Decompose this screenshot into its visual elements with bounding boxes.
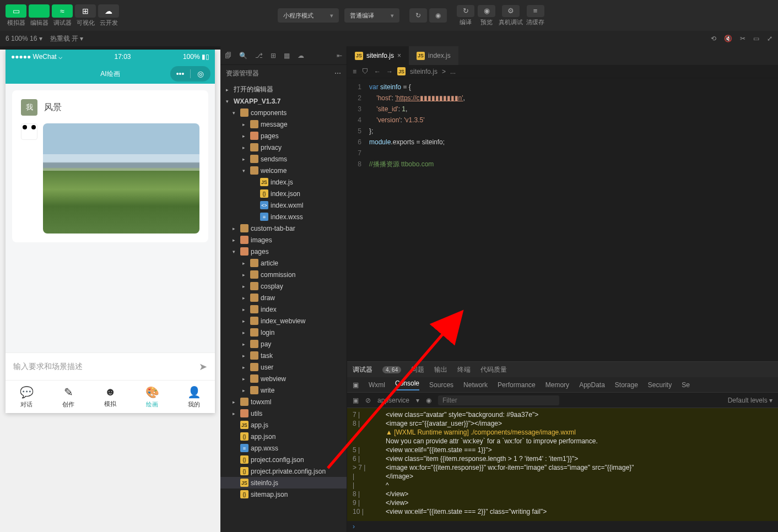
code-editor[interactable]: 1var siteinfo = {2 'host': 'https://c▮▮▮… bbox=[347, 78, 778, 361]
phone-tab-我的[interactable]: 👤我的 bbox=[173, 381, 215, 413]
tree-towxml[interactable]: ▸towxml bbox=[220, 396, 347, 408]
tree-index.wxml[interactable]: <>index.wxml bbox=[220, 199, 347, 211]
mode-dropdown[interactable]: 小程序模式 bbox=[278, 8, 339, 23]
tree-images[interactable]: ▸images bbox=[220, 234, 347, 246]
tree-privacy[interactable]: ▸privacy bbox=[220, 142, 347, 153]
prompt-input[interactable]: 输入要求和场景描述 bbox=[13, 362, 193, 372]
phone-tab-模拟[interactable]: ☻模拟 bbox=[89, 381, 131, 413]
back-icon[interactable]: ← bbox=[374, 68, 381, 75]
tree-index.json[interactable]: {}index.json bbox=[220, 188, 347, 199]
console-output[interactable]: 7 | <view class="avatar" style="backgrou… bbox=[347, 408, 778, 521]
tree-siteinfo.js[interactable]: JSsiteinfo.js bbox=[220, 477, 347, 488]
tree-utils[interactable]: ▸utils bbox=[220, 408, 347, 419]
tree-project.config.json[interactable]: {}project.config.json bbox=[220, 454, 347, 465]
tree-write[interactable]: ▸write bbox=[220, 384, 347, 396]
tree-pages[interactable]: ▸pages bbox=[220, 130, 347, 142]
tree-user[interactable]: ▸user bbox=[220, 361, 347, 373]
capsule-menu[interactable]: ••• ◎ bbox=[170, 66, 210, 82]
more-icon[interactable]: ⋯ bbox=[334, 69, 341, 77]
branch-icon[interactable]: ⎇ bbox=[255, 52, 263, 59]
tree-app.js[interactable]: JSapp.js bbox=[220, 419, 347, 431]
tree-app.json[interactable]: {}app.json bbox=[220, 431, 347, 442]
tree-custom-tab-bar[interactable]: ▸custom-tab-bar bbox=[220, 222, 347, 234]
cloud-icon[interactable]: ☁ bbox=[298, 52, 304, 59]
toolbar-模拟器-button[interactable]: ▭模拟器 bbox=[6, 4, 26, 27]
debug-tab-输出[interactable]: 输出 bbox=[434, 365, 447, 374]
toolbar-预览-button[interactable]: ◉预览 bbox=[478, 5, 495, 26]
devtools-tab-Sources[interactable]: Sources bbox=[429, 381, 453, 389]
capsule-more-icon[interactable]: ••• bbox=[170, 69, 190, 78]
close-icon[interactable]: × bbox=[397, 52, 401, 59]
zoom-select[interactable]: 6 100% 16 ▾ bbox=[6, 35, 42, 42]
toggle-panel-icon[interactable]: ≡ bbox=[353, 68, 356, 75]
phone-tab-绘画[interactable]: 🎨绘画 bbox=[131, 381, 173, 413]
devtools-tab-Performance[interactable]: Performance bbox=[498, 381, 536, 389]
debug-tab-问题[interactable]: 问题 bbox=[411, 365, 424, 374]
tree-message[interactable]: ▸message bbox=[220, 118, 347, 130]
tree-project.private.config.json[interactable]: {}project.private.config.json bbox=[220, 465, 347, 477]
expand-icon[interactable]: ⤢ bbox=[767, 35, 772, 42]
devtools-tab-Console[interactable]: Console bbox=[395, 379, 419, 390]
tree-index.wxss[interactable]: ≡index.wxss bbox=[220, 211, 347, 222]
tree-login[interactable]: ▸login bbox=[220, 327, 347, 338]
bookmark-icon[interactable]: ⛉ bbox=[362, 68, 369, 75]
phone-tab-对话[interactable]: 💬对话 bbox=[6, 381, 47, 413]
preview-icon[interactable]: ◉ bbox=[429, 8, 447, 23]
open-editors-section[interactable]: ▸打开的编辑器 bbox=[220, 84, 347, 95]
select-element-icon[interactable]: ▣ bbox=[353, 381, 359, 389]
phone-tab-创作[interactable]: ✎创作 bbox=[47, 381, 89, 413]
debug-tab-调试器[interactable]: 调试器 bbox=[353, 365, 372, 374]
tree-webview[interactable]: ▸webview bbox=[220, 373, 347, 384]
tree-pay[interactable]: ▸pay bbox=[220, 338, 347, 350]
device-icon[interactable]: ▭ bbox=[753, 35, 759, 42]
devtools-tab-Wxml[interactable]: Wxml bbox=[369, 381, 385, 389]
tree-pages[interactable]: ▾pages bbox=[220, 246, 347, 257]
tree-welcome[interactable]: ▾welcome bbox=[220, 165, 347, 176]
tree-app.wxss[interactable]: ≡app.wxss bbox=[220, 442, 347, 454]
clear-icon[interactable]: ⊘ bbox=[365, 397, 371, 404]
project-section[interactable]: ▾WXAPP_V1.3.7 bbox=[220, 95, 347, 107]
cut-icon[interactable]: ✂ bbox=[740, 35, 745, 42]
tree-commission[interactable]: ▸commission bbox=[220, 269, 347, 280]
compile-dropdown[interactable]: 普通编译 bbox=[344, 8, 399, 23]
tree-sendsms[interactable]: ▸sendsms bbox=[220, 153, 347, 165]
generated-image[interactable] bbox=[43, 123, 199, 234]
rotate-icon[interactable]: ⟲ bbox=[711, 35, 716, 42]
devtools-tab-Network[interactable]: Network bbox=[463, 381, 488, 389]
refresh-icon[interactable]: ↻ bbox=[409, 8, 427, 23]
devtools-tab-AppData[interactable]: AppData bbox=[579, 381, 605, 389]
toolbar-调试器-button[interactable]: ≈调试器 bbox=[52, 4, 73, 27]
tree-article[interactable]: ▸article bbox=[220, 257, 347, 269]
console-prompt[interactable]: › bbox=[347, 521, 778, 532]
toolbar-编译-button[interactable]: ↻编译 bbox=[457, 5, 474, 26]
tree-task[interactable]: ▸task bbox=[220, 350, 347, 361]
extensions-icon[interactable]: ▦ bbox=[284, 52, 290, 59]
files-icon[interactable]: 🗐 bbox=[225, 52, 231, 59]
devtools-tab-Memory[interactable]: Memory bbox=[545, 381, 569, 389]
capsule-close-icon[interactable]: ◎ bbox=[191, 69, 210, 78]
forward-icon[interactable]: → bbox=[386, 68, 393, 75]
levels-dropdown[interactable]: Default levels ▾ bbox=[728, 397, 772, 404]
devtools-tab-Security[interactable]: Security bbox=[648, 381, 672, 389]
send-icon[interactable]: ➤ bbox=[199, 361, 207, 373]
inspect-icon[interactable]: ▣ bbox=[353, 397, 359, 404]
toolbar-云开发-button[interactable]: ☁云开发 bbox=[98, 4, 119, 27]
debug-tab-代码质量[interactable]: 代码质量 bbox=[480, 365, 507, 374]
tree-components[interactable]: ▾components bbox=[220, 107, 347, 118]
editor-tab-siteinfo.js[interactable]: JSsiteinfo.js× bbox=[347, 46, 409, 65]
devtools-tab-Storage[interactable]: Storage bbox=[615, 381, 638, 389]
context-dropdown[interactable]: appservice bbox=[377, 397, 409, 404]
tree-index_webview[interactable]: ▸index_webview bbox=[220, 315, 347, 327]
tree-draw[interactable]: ▸draw bbox=[220, 292, 347, 303]
toolbar-编辑器-button[interactable]: 编辑器 bbox=[29, 4, 50, 27]
mute-icon[interactable]: 🔇 bbox=[724, 35, 732, 42]
tree-index.js[interactable]: JSindex.js bbox=[220, 176, 347, 188]
debug-tab-终端[interactable]: 终端 bbox=[457, 365, 471, 374]
search-icon[interactable]: 🔍 bbox=[239, 52, 247, 59]
hot-reload-toggle[interactable]: 热重载 开 ▾ bbox=[50, 34, 84, 44]
toolbar-清缓存-button[interactable]: ≡清缓存 bbox=[526, 5, 544, 26]
layout-icon[interactable]: ⊞ bbox=[271, 52, 276, 59]
toolbar-可视化-button[interactable]: ⊞可视化 bbox=[75, 4, 96, 27]
devtools-tab-Se[interactable]: Se bbox=[682, 381, 690, 389]
tree-sitemap.json[interactable]: {}sitemap.json bbox=[220, 488, 347, 500]
